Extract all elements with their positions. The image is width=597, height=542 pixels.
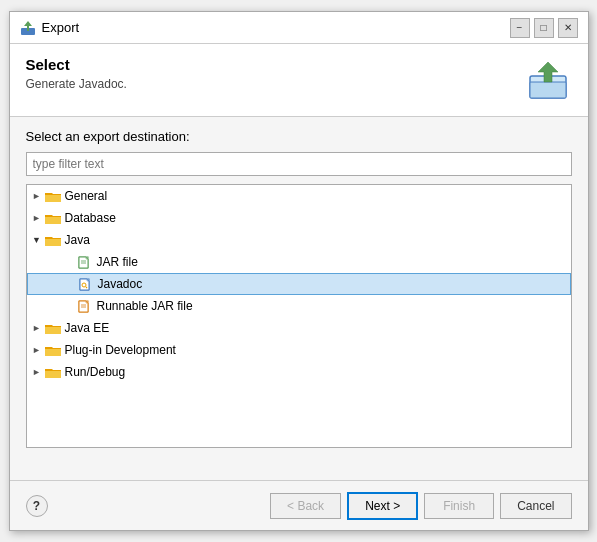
maximize-button[interactable]: □ (534, 18, 554, 38)
header-text: Select Generate Javadoc. (26, 56, 127, 91)
chevron-general: ► (31, 190, 43, 202)
tree-label-java: Java (65, 233, 90, 247)
title-controls: − □ ✕ (510, 18, 578, 38)
tree-item-database[interactable]: ► Database (27, 207, 571, 229)
tree-item-java-ee[interactable]: ► Java EE (27, 317, 571, 339)
tree-item-plugin-dev[interactable]: ► Plug-in Development (27, 339, 571, 361)
tree-container[interactable]: ► General ► Database (26, 184, 572, 448)
spacer (10, 460, 588, 480)
finish-button[interactable]: Finish (424, 493, 494, 519)
tree-item-run-debug[interactable]: ► Run/Debug (27, 361, 571, 383)
tree-label-java-ee: Java EE (65, 321, 110, 335)
window-title: Export (42, 20, 80, 35)
folder-icon-general (45, 189, 61, 203)
folder-icon-java (45, 233, 61, 247)
navigation-buttons: < Back Next > Finish Cancel (270, 492, 571, 520)
tree-label-general: General (65, 189, 108, 203)
tree-label-run-debug: Run/Debug (65, 365, 126, 379)
help-section: ? (26, 495, 48, 517)
chevron-java-ee: ► (31, 322, 43, 334)
chevron-plugin-dev: ► (31, 344, 43, 356)
content-section: Select an export destination: ► General … (10, 117, 588, 460)
svg-rect-3 (530, 82, 566, 98)
tree-item-runnable-jar[interactable]: ► Runnable JAR file (27, 295, 571, 317)
export-title-icon (20, 20, 36, 36)
help-button[interactable]: ? (26, 495, 48, 517)
folder-icon-database (45, 211, 61, 225)
title-bar: Export − □ ✕ (10, 12, 588, 44)
tree-item-java[interactable]: ▼ Java (27, 229, 571, 251)
folder-icon-plugin-dev (45, 343, 61, 357)
export-dialog: Export − □ ✕ Select Generate Javadoc. Se… (9, 11, 589, 531)
tree-label-runnable-jar: Runnable JAR file (97, 299, 193, 313)
tree-label-plugin-dev: Plug-in Development (65, 343, 176, 357)
next-button[interactable]: Next > (347, 492, 418, 520)
back-button[interactable]: < Back (270, 493, 341, 519)
svg-line-14 (86, 287, 87, 288)
tree-label-jar-file: JAR file (97, 255, 138, 269)
title-bar-left: Export (20, 20, 80, 36)
file-icon-runnable-jar (77, 299, 93, 313)
folder-icon-run-debug (45, 365, 61, 379)
minimize-button[interactable]: − (510, 18, 530, 38)
chevron-java: ▼ (31, 234, 43, 246)
tree-label-javadoc: Javadoc (98, 277, 143, 291)
filter-input[interactable] (26, 152, 572, 176)
tree-item-jar-file[interactable]: ► JAR file (27, 251, 571, 273)
tree-label-database: Database (65, 211, 116, 225)
chevron-database: ► (31, 212, 43, 224)
chevron-run-debug: ► (31, 366, 43, 378)
page-subtitle: Generate Javadoc. (26, 77, 127, 91)
page-title: Select (26, 56, 127, 73)
destination-label: Select an export destination: (26, 129, 572, 144)
button-bar: ? < Back Next > Finish Cancel (10, 480, 588, 530)
close-button[interactable]: ✕ (558, 18, 578, 38)
file-icon-javadoc (78, 277, 94, 291)
tree-item-general[interactable]: ► General (27, 185, 571, 207)
export-large-icon (526, 58, 570, 102)
header-section: Select Generate Javadoc. (10, 44, 588, 117)
header-icon (524, 56, 572, 104)
folder-icon-java-ee (45, 321, 61, 335)
tree-item-javadoc[interactable]: ► Javadoc (27, 273, 571, 295)
cancel-button[interactable]: Cancel (500, 493, 571, 519)
file-icon-jar (77, 255, 93, 269)
